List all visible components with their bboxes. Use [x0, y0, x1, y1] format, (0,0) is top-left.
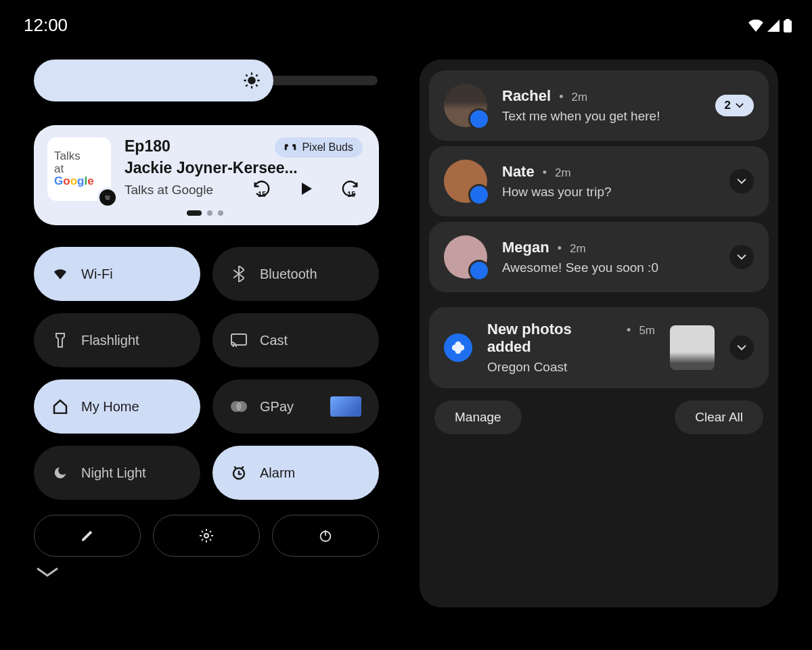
qs-tile-cast[interactable]: Cast — [212, 313, 379, 367]
notification-megan[interactable]: Megan • 2m Awesome! See you soon :0 — [429, 222, 769, 292]
photo-thumbnail — [670, 325, 715, 370]
gear-icon — [198, 528, 215, 544]
cast-icon — [230, 333, 248, 347]
notification-time: 2m — [570, 242, 586, 256]
moon-icon — [51, 465, 69, 480]
notification-time: 5m — [639, 324, 655, 338]
qs-label: Bluetooth — [260, 266, 317, 282]
wifi-status-icon — [748, 20, 763, 32]
media-artist: Jackie Joyner-Kersee... — [125, 159, 363, 177]
album-text-2: at — [54, 163, 104, 176]
avatar — [444, 160, 487, 203]
media-pager[interactable] — [47, 210, 363, 216]
expand-button[interactable] — [729, 245, 754, 269]
collapse-handle[interactable] — [34, 566, 379, 580]
manage-notifications-button[interactable]: Manage — [434, 400, 522, 434]
notification-title: New photos added — [487, 321, 618, 356]
rewind-15-icon[interactable]: 15 — [252, 179, 271, 198]
status-icons — [748, 19, 792, 32]
qs-tile-bluetooth[interactable]: Bluetooth — [212, 247, 379, 301]
notification-time: 2m — [571, 91, 587, 104]
qs-tile-alarm[interactable]: Alarm — [212, 446, 379, 500]
wifi-icon — [51, 267, 69, 281]
svg-text:15: 15 — [258, 190, 266, 198]
power-icon — [318, 528, 333, 543]
bluetooth-icon — [230, 266, 248, 282]
earbuds-icon — [284, 143, 296, 152]
qs-label: Flashlight — [81, 333, 139, 348]
notification-sender: Rachel — [502, 87, 551, 105]
svg-point-10 — [204, 534, 208, 538]
qs-tile-home[interactable]: My Home — [34, 379, 200, 434]
notification-body: How was your trip? — [502, 185, 715, 200]
svg-point-2 — [248, 76, 256, 85]
play-icon[interactable] — [298, 181, 314, 197]
qs-tile-flashlight[interactable]: Flashlight — [34, 313, 200, 367]
payment-card-icon — [330, 396, 361, 417]
notification-body: Awesome! See you soon :0 — [502, 260, 715, 275]
google-logo-text: Google — [54, 175, 104, 188]
home-icon — [51, 399, 69, 414]
brightness-icon — [242, 71, 261, 90]
edit-tiles-button[interactable] — [34, 515, 141, 557]
expand-button[interactable] — [729, 335, 754, 360]
svg-rect-1 — [786, 19, 790, 21]
avatar — [444, 235, 487, 279]
notification-group-count[interactable]: 2 — [715, 95, 754, 116]
notification-body: Oregon Coast — [487, 360, 655, 375]
status-bar: 12:00 — [0, 0, 812, 43]
power-button[interactable] — [272, 515, 379, 557]
svg-point-8 — [236, 401, 247, 412]
media-output-label: Pixel Buds — [302, 141, 353, 154]
gpay-icon — [230, 400, 248, 413]
qs-tile-gpay[interactable]: GPay — [212, 379, 379, 434]
notification-rachel[interactable]: Rachel • 2m Text me when you get here! 2 — [429, 70, 769, 141]
spotify-icon — [97, 187, 118, 208]
notification-nate[interactable]: Nate • 2m How was your trip? — [429, 146, 769, 216]
status-time: 12:00 — [24, 15, 68, 36]
flashlight-icon — [51, 332, 69, 348]
notification-sender: Megan — [502, 239, 549, 256]
pencil-icon — [80, 528, 95, 543]
qs-label: My Home — [81, 399, 139, 415]
avatar — [444, 84, 487, 127]
qs-label: Night Light — [81, 465, 146, 481]
qs-label: Wi-Fi — [81, 266, 113, 282]
notification-body: Text me when you get here! — [502, 109, 700, 124]
qs-tile-nightlight[interactable]: Night Light — [34, 446, 200, 500]
album-text-1: Talks — [54, 150, 104, 163]
notification-sender: Nate — [502, 163, 535, 181]
notification-time: 2m — [555, 166, 571, 180]
media-album-art: Talks at Google — [47, 137, 111, 201]
clear-all-button[interactable]: Clear All — [675, 400, 763, 434]
media-output-chip[interactable]: Pixel Buds — [275, 137, 363, 158]
forward-15-icon[interactable]: 15 — [341, 179, 360, 198]
notification-photos[interactable]: New photos added • 5m Oregon Coast — [429, 307, 769, 388]
qs-label: Alarm — [260, 465, 295, 481]
cellular-status-icon — [767, 20, 780, 32]
brightness-slider[interactable] — [34, 60, 379, 101]
svg-text:15: 15 — [347, 190, 355, 198]
qs-tile-wifi[interactable]: Wi-Fi — [34, 247, 200, 301]
battery-status-icon — [784, 19, 792, 32]
qs-label: Cast — [260, 333, 288, 348]
media-player-card[interactable]: Talks at Google Ep180 Pixel Bu — [34, 125, 379, 225]
svg-rect-0 — [784, 20, 792, 32]
media-title: Ep180 — [125, 137, 171, 156]
notification-panel: Rachel • 2m Text me when you get here! 2… — [420, 60, 778, 607]
qs-label: GPay — [260, 399, 294, 415]
expand-button[interactable] — [729, 169, 754, 193]
photos-app-icon — [444, 333, 472, 362]
settings-button[interactable] — [153, 515, 260, 557]
alarm-icon — [230, 465, 248, 481]
